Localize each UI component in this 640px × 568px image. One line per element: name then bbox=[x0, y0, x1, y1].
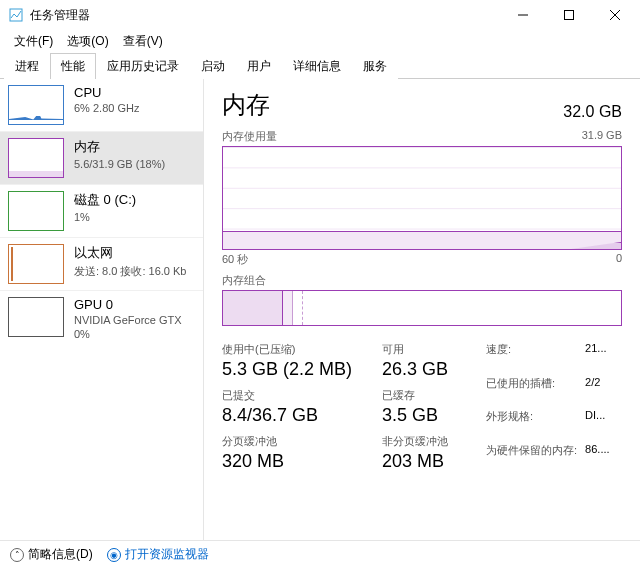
gpu-thumb-chart bbox=[8, 297, 64, 337]
slots-label: 已使用的插槽: bbox=[486, 376, 577, 406]
tab-app-history[interactable]: 应用历史记录 bbox=[96, 53, 190, 79]
tab-performance[interactable]: 性能 bbox=[50, 53, 96, 79]
tab-users[interactable]: 用户 bbox=[236, 53, 282, 79]
performance-sidebar: CPU 6% 2.80 GHz 内存 5.6/31.9 GB (18%) 磁盘 … bbox=[0, 79, 204, 541]
usage-chart-max: 31.9 GB bbox=[582, 129, 622, 144]
cpu-sub: 6% 2.80 GHz bbox=[74, 102, 139, 114]
memory-thumb-chart bbox=[8, 138, 64, 178]
in-use-value: 5.3 GB (2.2 MB) bbox=[222, 359, 352, 380]
paged-label: 分页缓冲池 bbox=[222, 434, 352, 449]
memory-stats: 使用中(已压缩) 5.3 GB (2.2 MB) 可用 26.3 GB 已提交 … bbox=[222, 342, 622, 472]
gpu-title: GPU 0 bbox=[74, 297, 182, 312]
tab-details[interactable]: 详细信息 bbox=[282, 53, 352, 79]
ethernet-thumb-chart bbox=[8, 244, 64, 284]
axis-left: 60 秒 bbox=[222, 252, 248, 267]
memory-total: 32.0 GB bbox=[563, 103, 622, 121]
disk-title: 磁盘 0 (C:) bbox=[74, 191, 136, 209]
menu-options[interactable]: 选项(O) bbox=[61, 31, 114, 52]
cpu-title: CPU bbox=[74, 85, 139, 100]
composition-label: 内存组合 bbox=[222, 273, 622, 288]
gpu-sub2: 0% bbox=[74, 328, 182, 340]
speed-label: 速度: bbox=[486, 342, 577, 372]
usage-chart-label: 内存使用量 bbox=[222, 129, 277, 144]
sidebar-item-ethernet[interactable]: 以太网 发送: 8.0 接收: 16.0 Kb bbox=[0, 237, 203, 290]
tab-processes[interactable]: 进程 bbox=[4, 53, 50, 79]
sidebar-item-cpu[interactable]: CPU 6% 2.80 GHz bbox=[0, 79, 203, 131]
eth-title: 以太网 bbox=[74, 244, 187, 262]
form-label: 外形规格: bbox=[486, 409, 577, 439]
nonpaged-value: 203 MB bbox=[382, 451, 462, 472]
app-icon bbox=[8, 7, 24, 23]
axis-right: 0 bbox=[616, 252, 622, 267]
slots-value: 2/2 bbox=[585, 376, 609, 406]
tab-services[interactable]: 服务 bbox=[352, 53, 398, 79]
memory-title: 内存 bbox=[74, 138, 165, 156]
memory-composition-chart bbox=[222, 290, 622, 326]
tab-startup[interactable]: 启动 bbox=[190, 53, 236, 79]
speed-value: 21... bbox=[585, 342, 609, 372]
cpu-thumb-chart bbox=[8, 85, 64, 125]
window-controls bbox=[500, 0, 638, 30]
disk-thumb-chart bbox=[8, 191, 64, 231]
nonpaged-label: 非分页缓冲池 bbox=[382, 434, 462, 449]
open-resource-monitor-link[interactable]: ◉ 打开资源监视器 bbox=[107, 546, 209, 563]
open-monitor-label: 打开资源监视器 bbox=[125, 546, 209, 563]
cached-label: 已缓存 bbox=[382, 388, 462, 403]
content-area: CPU 6% 2.80 GHz 内存 5.6/31.9 GB (18%) 磁盘 … bbox=[0, 79, 640, 541]
svg-rect-2 bbox=[565, 11, 574, 20]
menubar: 文件(F) 选项(O) 查看(V) bbox=[0, 30, 640, 52]
chevron-up-icon: ˄ bbox=[10, 548, 24, 562]
svg-rect-0 bbox=[10, 9, 22, 21]
committed-label: 已提交 bbox=[222, 388, 352, 403]
reserved-label: 为硬件保留的内存: bbox=[486, 443, 577, 473]
menu-file[interactable]: 文件(F) bbox=[8, 31, 59, 52]
maximize-button[interactable] bbox=[546, 0, 592, 30]
sidebar-item-memory[interactable]: 内存 5.6/31.9 GB (18%) bbox=[0, 131, 203, 184]
window-title: 任务管理器 bbox=[30, 7, 500, 24]
cached-value: 3.5 GB bbox=[382, 405, 462, 426]
available-label: 可用 bbox=[382, 342, 462, 357]
tab-bar: 进程 性能 应用历史记录 启动 用户 详细信息 服务 bbox=[0, 52, 640, 79]
gpu-sub: NVIDIA GeForce GTX bbox=[74, 314, 182, 326]
monitor-icon: ◉ bbox=[107, 548, 121, 562]
committed-value: 8.4/36.7 GB bbox=[222, 405, 352, 426]
page-title: 内存 bbox=[222, 89, 270, 121]
minimize-button[interactable] bbox=[500, 0, 546, 30]
memory-usage-chart bbox=[222, 146, 622, 250]
form-value: DI... bbox=[585, 409, 609, 439]
available-value: 26.3 GB bbox=[382, 359, 462, 380]
paged-value: 320 MB bbox=[222, 451, 352, 472]
menu-view[interactable]: 查看(V) bbox=[117, 31, 169, 52]
in-use-label: 使用中(已压缩) bbox=[222, 342, 352, 357]
main-panel: 内存 32.0 GB 内存使用量 31.9 GB 60 秒 0 内存组合 使用中… bbox=[204, 79, 640, 541]
sidebar-item-gpu[interactable]: GPU 0 NVIDIA GeForce GTX 0% bbox=[0, 290, 203, 346]
eth-sub: 发送: 8.0 接收: 16.0 Kb bbox=[74, 264, 187, 279]
titlebar: 任务管理器 bbox=[0, 0, 640, 30]
fewer-details-button[interactable]: ˄ 简略信息(D) bbox=[10, 546, 93, 563]
reserved-value: 86.... bbox=[585, 443, 609, 473]
close-button[interactable] bbox=[592, 0, 638, 30]
footer: ˄ 简略信息(D) ◉ 打开资源监视器 bbox=[0, 540, 640, 568]
memory-sub: 5.6/31.9 GB (18%) bbox=[74, 158, 165, 170]
fewer-details-label: 简略信息(D) bbox=[28, 546, 93, 563]
disk-sub: 1% bbox=[74, 211, 136, 223]
sidebar-item-disk[interactable]: 磁盘 0 (C:) 1% bbox=[0, 184, 203, 237]
